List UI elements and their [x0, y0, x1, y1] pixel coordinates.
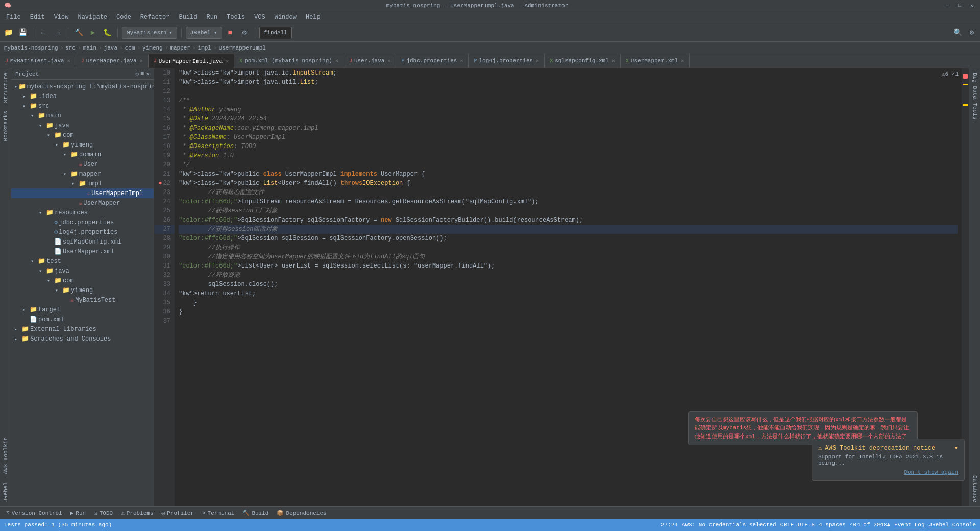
open-file-button[interactable]: 📁	[2, 27, 14, 39]
tree-item-2[interactable]: ▾📁 src	[11, 101, 154, 111]
forward-button[interactable]: →	[52, 27, 64, 39]
dont-show-again-link[interactable]: Don't show again	[904, 469, 958, 475]
tree-item-17[interactable]: 📄 UserMapper.xml	[11, 247, 154, 256]
code-line-15[interactable]: * @Date 2024/9/24 22:54	[179, 114, 958, 124]
tree-item-22[interactable]: ☕ MyBatisTest	[11, 295, 154, 305]
tree-item-23[interactable]: ▸📁 target	[11, 305, 154, 315]
bottom-tab-0[interactable]: ⌥Version Control	[4, 509, 64, 517]
code-line-36[interactable]: }	[179, 307, 958, 317]
bottom-tab-6[interactable]: 🔨Build	[240, 509, 271, 517]
tree-item-3[interactable]: ▾📁 main	[11, 111, 154, 120]
code-line-20[interactable]: */	[179, 160, 958, 170]
menu-item-refactor[interactable]: Refactor	[136, 13, 174, 22]
file-tab-8[interactable]: XUserMapper.xml✕	[621, 54, 690, 68]
bottom-tab-5[interactable]: >Terminal	[200, 509, 236, 517]
bottom-tab-2[interactable]: ☑TODO	[92, 509, 115, 517]
jrebel-console-link[interactable]: JRebel Console	[929, 522, 976, 528]
breadcrumb-item-3[interactable]: main	[83, 45, 96, 51]
tree-item-9[interactable]: ▾📁 mapper	[11, 169, 154, 179]
sidebar-settings-icon[interactable]: ⚙	[135, 70, 139, 77]
tab-close-8[interactable]: ✕	[681, 58, 684, 64]
code-line-23[interactable]: //获得核心配置文件	[179, 188, 958, 197]
debug-button[interactable]: 🐛	[101, 27, 113, 39]
code-line-24[interactable]: "color:#ffc66d;">InputStream resourceAsS…	[179, 197, 958, 206]
code-line-18[interactable]: * @Description: TODO	[179, 142, 958, 151]
file-tab-3[interactable]: Xpom.xml (mybatis-nospring)✕	[234, 54, 344, 68]
tree-item-7[interactable]: ▾📁 domain	[11, 150, 154, 159]
bottom-tab-1[interactable]: ▶Run	[68, 509, 88, 517]
stop-button[interactable]: ■	[224, 27, 236, 39]
bookmarks-tab[interactable]: Bookmarks	[0, 107, 11, 145]
sidebar-collapse-icon[interactable]: ≡	[141, 70, 144, 77]
code-line-37[interactable]	[179, 317, 958, 326]
minimize-button[interactable]: ─	[943, 2, 951, 10]
tree-item-12[interactable]: ☕ UserMapper	[11, 198, 154, 208]
run-tests-button[interactable]: ⚙	[238, 27, 251, 39]
file-tab-7[interactable]: XsqlMapConfig.xml✕	[545, 54, 621, 68]
file-tab-1[interactable]: JUserMapper.java✕	[76, 54, 149, 68]
breadcrumb-item-7[interactable]: mapper	[170, 45, 190, 51]
tree-item-19[interactable]: ▾📁 java	[11, 266, 154, 276]
breadcrumb-item-1[interactable]: mybatis-nospring	[4, 45, 58, 51]
tree-item-26[interactable]: ▸📁 Scratches and Consoles	[11, 334, 154, 344]
code-line-29[interactable]: //执行操作	[179, 243, 958, 252]
build-button[interactable]: 🔨	[72, 27, 85, 39]
warnings-indicator[interactable]: ⚠6 ✓1	[942, 70, 959, 77]
tab-close-6[interactable]: ✕	[536, 58, 539, 64]
menu-item-build[interactable]: Build	[175, 13, 201, 22]
aws-toolkit-tab[interactable]: AWS Toolkit	[0, 433, 11, 478]
save-button[interactable]: 💾	[16, 27, 29, 39]
tree-item-5[interactable]: ▾📁 com	[11, 130, 154, 140]
breadcrumb-item-5[interactable]: com	[125, 45, 135, 51]
tree-item-6[interactable]: ▾📁 yimeng	[11, 140, 154, 150]
close-button[interactable]: ✕	[968, 2, 976, 10]
sidebar-close-icon[interactable]: ✕	[146, 70, 150, 77]
structure-tab[interactable]: Structure	[0, 68, 11, 107]
tree-item-11[interactable]: ☕ UserMapperImpl	[11, 188, 154, 198]
tab-close-1[interactable]: ✕	[140, 58, 143, 64]
bottom-tab-3[interactable]: ⚠Problems	[119, 509, 155, 517]
code-line-32[interactable]: //释放资源	[179, 271, 958, 280]
event-log-link[interactable]: Event Log	[894, 522, 924, 528]
tab-close-0[interactable]: ✕	[67, 58, 70, 64]
tab-close-3[interactable]: ✕	[335, 58, 338, 64]
code-line-25[interactable]: //获得session工厂对象	[179, 206, 958, 215]
maximize-button[interactable]: □	[955, 2, 964, 10]
tree-item-13[interactable]: ▾📁 resources	[11, 208, 154, 218]
menu-item-file[interactable]: File	[2, 13, 25, 22]
back-button[interactable]: ←	[37, 27, 50, 39]
file-tab-0[interactable]: JMyBatisTest.java✕	[0, 54, 76, 68]
tree-item-10[interactable]: ▾📁 impl	[11, 179, 154, 188]
code-line-30[interactable]: //指定使用名称空间为userMapper的映射配置文件下id为findAll的…	[179, 252, 958, 261]
run-button[interactable]: ▶	[87, 27, 99, 39]
tree-item-15[interactable]: ⚙ log4j.properties	[11, 227, 154, 237]
run-config-dropdown[interactable]: MyBatisTest1 ▾	[122, 27, 177, 39]
code-line-33[interactable]: sqlSession.close();	[179, 280, 958, 289]
tab-close-2[interactable]: ✕	[226, 58, 229, 64]
code-line-12[interactable]	[179, 87, 958, 96]
menu-item-tools[interactable]: Tools	[223, 13, 249, 22]
breadcrumb-item-6[interactable]: yimeng	[142, 45, 163, 51]
file-tab-6[interactable]: Plog4j.properties✕	[469, 54, 545, 68]
code-line-31[interactable]: "color:#ffc66d;">List<User> userList = s…	[179, 261, 958, 271]
tree-item-8[interactable]: ☕ User	[11, 159, 154, 169]
breadcrumb-item-8[interactable]: impl	[198, 45, 211, 51]
code-line-35[interactable]: }	[179, 298, 958, 307]
tree-item-21[interactable]: ▾📁 yimeng	[11, 285, 154, 295]
file-tab-5[interactable]: Pjdbc.properties✕	[396, 54, 469, 68]
menu-item-code[interactable]: Code	[112, 13, 135, 22]
bottom-tab-4[interactable]: ◎Profiler	[160, 509, 196, 517]
code-line-21[interactable]: "kw">class="kw">public class UserMapperI…	[179, 170, 958, 179]
menu-item-vcs[interactable]: VCS	[250, 13, 270, 22]
jrebel-dropdown[interactable]: JRebel ▾	[186, 27, 222, 39]
tab-close-5[interactable]: ✕	[460, 58, 463, 64]
code-line-17[interactable]: * @ClassName: UserMapperImpl	[179, 133, 958, 142]
settings-button[interactable]: ⚙	[966, 27, 978, 39]
bottom-tab-7[interactable]: 📦Dependencies	[275, 509, 328, 517]
code-line-28[interactable]: "color:#ffc66d;">SqlSession sqlSession =…	[179, 234, 958, 243]
breadcrumb-item-4[interactable]: java	[104, 45, 117, 51]
tree-item-20[interactable]: ▾📁 com	[11, 276, 154, 285]
jrebel-tab[interactable]: JRebel	[0, 478, 11, 506]
code-line-26[interactable]: "color:#ffc66d;">SqlSessionFactory sqlSe…	[179, 215, 958, 225]
file-tab-4[interactable]: JUser.java✕	[344, 54, 396, 68]
